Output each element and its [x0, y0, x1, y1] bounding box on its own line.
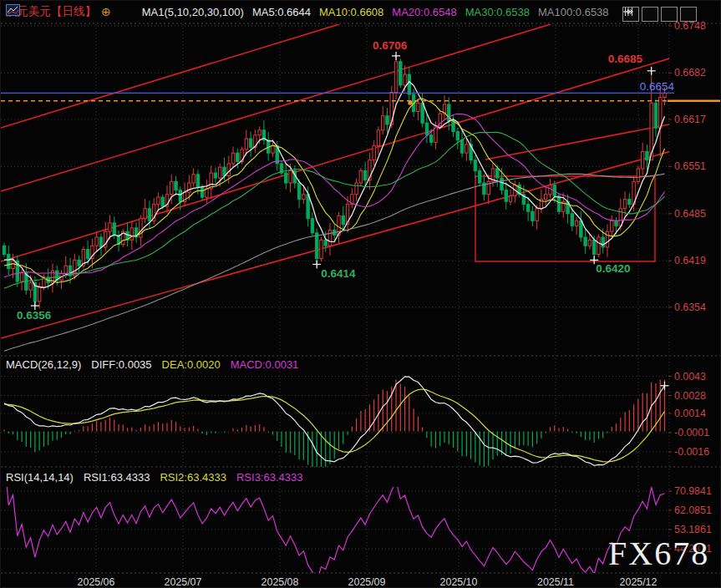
price-axis-label: 0.6419	[674, 255, 706, 266]
candle-body	[452, 121, 454, 132]
candle-body	[460, 140, 463, 153]
candle-body	[258, 130, 261, 135]
rsi-title: RSI(14,14,14)	[6, 471, 74, 484]
rsi-axis-label: 70.9841	[674, 485, 712, 497]
candle-body	[245, 139, 247, 150]
candle-body	[175, 181, 177, 190]
candle-body	[478, 171, 480, 184]
month-label: 2025/11	[537, 576, 574, 588]
candle-body	[606, 231, 608, 247]
candle-body	[500, 178, 503, 190]
candle-body	[611, 220, 613, 231]
axis-play-icon[interactable]	[661, 7, 678, 22]
candle-body	[311, 219, 313, 233]
candle-body	[404, 74, 406, 85]
candle-body	[465, 144, 468, 153]
candle-body	[170, 181, 173, 194]
candle-body	[417, 103, 419, 111]
price-axis-label: 0.6617	[674, 114, 706, 125]
candle-body	[249, 139, 251, 147]
price-extreme-label: 0.6420	[596, 262, 630, 275]
candle-body	[206, 189, 208, 197]
candle-body	[109, 223, 111, 231]
candle-body	[628, 200, 631, 205]
ma100-value: MA100:0.6538	[538, 6, 609, 18]
macd-pane	[4, 377, 665, 476]
candle-body	[320, 240, 322, 258]
candle-body	[130, 228, 133, 241]
candle-body	[536, 209, 538, 221]
macd-axis-label: -0.0001	[674, 427, 709, 438]
candle-body	[20, 273, 23, 281]
candle-body	[382, 116, 384, 130]
candle-body	[474, 160, 476, 171]
candle-body	[95, 237, 98, 246]
candle-body	[113, 223, 115, 236]
candle-body	[623, 200, 626, 209]
candle-body	[421, 103, 424, 123]
watermark: FX678	[608, 534, 709, 573]
candle-body	[78, 260, 80, 266]
candle-body	[324, 240, 327, 246]
candle-body	[307, 195, 309, 219]
trendline	[1, 24, 339, 128]
candle-body	[373, 146, 375, 160]
candle-body	[386, 116, 388, 124]
candle-body	[201, 187, 203, 197]
ma-line-ma100	[4, 174, 665, 351]
month-label: 2025/07	[165, 576, 202, 588]
rsi2-value: RSI2:63.4333	[160, 471, 226, 484]
price-axis-label: 0.6682	[674, 67, 706, 79]
candle-body	[29, 283, 32, 291]
candle-body	[549, 185, 551, 195]
candle-body	[663, 93, 666, 97]
month-label: 2025/06	[78, 576, 115, 588]
candle-body	[584, 237, 586, 246]
price-extreme-label: 0.6685	[608, 53, 643, 65]
candle-body	[588, 240, 591, 246]
axis-compress-icon[interactable]	[642, 7, 658, 22]
candle-body	[157, 197, 160, 205]
price-extreme-label: 0.6414	[321, 267, 356, 280]
candle-body	[580, 220, 582, 237]
candle-body	[571, 214, 573, 226]
rsi-header: RSI(14,14,14) RSI1:63.4333 RSI2:63.4333 …	[6, 471, 302, 484]
macd-macd-value: MACD:0.0031	[231, 358, 299, 371]
candle-body	[179, 190, 181, 202]
overlay-layer: 0.66540.63560.64140.64200.67060.66850.67…	[1, 20, 721, 588]
candle-body	[408, 74, 410, 94]
candle-body	[557, 195, 560, 211]
price-axis-label: 0.6485	[674, 208, 706, 220]
ma-params-label: MA1(5,10,20,30,100)	[142, 6, 244, 18]
candle-body	[231, 153, 234, 164]
ma5-value: MA5:0.6644	[252, 6, 311, 18]
candle-body	[575, 220, 577, 226]
chart-type-icon[interactable]	[119, 6, 134, 18]
candle-body	[602, 237, 604, 247]
price-axis-label: 0.6748	[674, 20, 706, 32]
rsi1-value: RSI1:63.4333	[84, 471, 150, 484]
price-extreme-label: 0.6706	[373, 39, 408, 52]
ma20-value: MA20:0.6548	[392, 6, 456, 18]
candle-body	[196, 175, 199, 187]
price-axis-label: 0.6551	[674, 160, 706, 172]
circle-plus-icon[interactable]: ⊕	[101, 5, 111, 18]
macd-title: MACD(26,12,9)	[6, 358, 81, 371]
candle-body	[637, 169, 639, 181]
candle-body	[302, 195, 305, 200]
macd-axis-label: 0.0043	[674, 371, 706, 383]
chart-header: 澳元美元【日线】 ⊕ MA1(5,10,20,30,100) MA5:0.664…	[6, 4, 609, 19]
candle-body	[161, 197, 164, 206]
axis-expand-icon[interactable]	[680, 7, 697, 22]
chart-toolbar	[622, 7, 697, 22]
candle-body	[342, 215, 344, 224]
ma-line-ma10	[4, 99, 665, 282]
candle-body	[236, 153, 239, 161]
chart-canvas[interactable]: 0.66540.63560.64140.64200.67060.66850.67…	[1, 1, 721, 588]
candle-body	[597, 237, 600, 255]
candle-body	[545, 195, 547, 200]
candle-body	[399, 62, 402, 85]
price-axis-label: 0.6354	[674, 302, 706, 313]
candle-body	[659, 97, 662, 128]
candle-body	[289, 171, 292, 184]
